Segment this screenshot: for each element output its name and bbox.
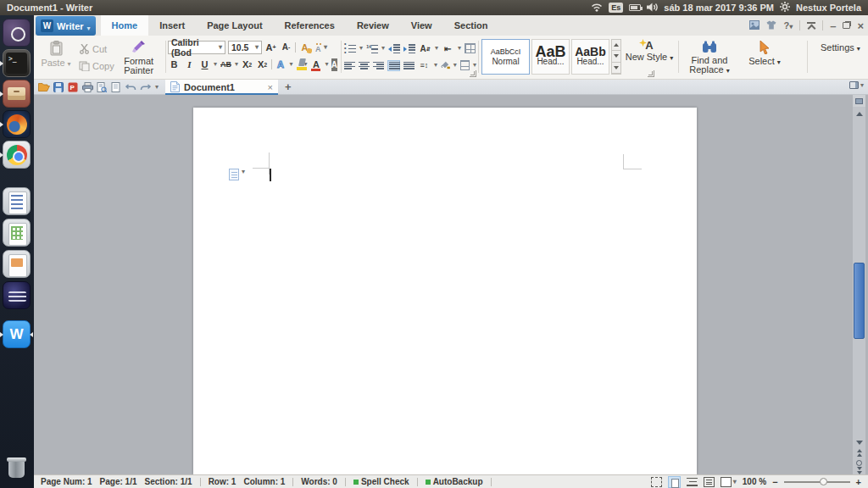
session-gear-icon[interactable] (780, 2, 790, 14)
styles-dialog-launcher[interactable] (648, 70, 654, 77)
trash-icon[interactable] (3, 453, 31, 481)
select-button[interactable]: Select (744, 37, 785, 78)
strikethrough-button[interactable]: AB (220, 58, 232, 71)
font-family-combo[interactable]: Calibri (Bod▾ (168, 41, 225, 54)
copy-button[interactable]: Copy (79, 59, 114, 73)
settings-button[interactable]: Settings (821, 42, 860, 53)
bullets-button[interactable] (344, 44, 356, 53)
account-avatar-icon[interactable] (749, 20, 760, 31)
web-layout-view-button[interactable] (704, 477, 715, 487)
close-document-tab-icon[interactable] (268, 82, 273, 92)
character-spacing-caret[interactable]: ▾ (458, 45, 461, 52)
strikethrough-caret[interactable]: ▾ (235, 61, 238, 68)
fit-window-view-button[interactable] (651, 477, 662, 487)
save-button[interactable] (53, 81, 64, 93)
close-button[interactable] (857, 19, 864, 32)
zoom-slider-handle[interactable] (820, 478, 827, 485)
print-preview-button[interactable] (96, 81, 108, 93)
restore-button[interactable] (843, 22, 850, 29)
scrollbar-thumb[interactable] (854, 263, 865, 339)
wifi-icon[interactable] (591, 3, 603, 14)
line-spacing-caret[interactable]: ▾ (434, 62, 437, 69)
status-page-num[interactable]: Page Num: 1 (41, 477, 92, 486)
borders-button[interactable] (460, 60, 470, 70)
ruler-toggle-button[interactable] (853, 95, 865, 107)
clock[interactable]: sáb 18 mar 2017 9:36 PM (664, 3, 774, 13)
increase-indent-button[interactable] (403, 44, 415, 53)
minimize-button[interactable] (830, 19, 836, 32)
file-manager-icon[interactable] (3, 80, 31, 108)
spell-check-toggle[interactable]: Spell Check (353, 477, 409, 486)
insert-table-icon[interactable] (465, 43, 476, 53)
reading-view-button[interactable]: ▾ (721, 477, 737, 487)
superscript-button[interactable]: X2 (241, 58, 253, 71)
scroll-up-button[interactable] (853, 108, 865, 119)
style-normal[interactable]: AaBbCcI Normal (481, 39, 530, 75)
status-row[interactable]: Row: 1 (209, 477, 236, 486)
character-spacing-button[interactable]: ⇤ (442, 42, 454, 55)
bullets-caret[interactable]: ▾ (359, 45, 363, 52)
subscript-button[interactable]: X2 (256, 58, 269, 71)
skin-theme-icon[interactable] (766, 20, 776, 31)
justify-button[interactable] (387, 60, 400, 71)
help-button[interactable]: ? (783, 20, 793, 30)
zoom-value[interactable]: 100 % (743, 477, 766, 486)
numbering-button[interactable] (366, 44, 378, 53)
cut-button[interactable]: Cut (79, 42, 114, 56)
vertical-scrollbar[interactable] (853, 95, 865, 474)
scroll-down-button[interactable] (853, 437, 865, 447)
battery-icon[interactable] (629, 4, 641, 11)
format-painter-button[interactable]: Format Painter (120, 37, 159, 78)
grow-font-button[interactable]: A+ (264, 41, 277, 54)
redo-button[interactable] (139, 81, 151, 93)
text-direction-button[interactable]: A⇵ (419, 42, 431, 55)
undo-button[interactable] (125, 81, 136, 93)
zoom-slider[interactable] (784, 478, 850, 485)
font-color-caret[interactable]: ▾ (326, 61, 329, 68)
firefox-icon[interactable] (3, 110, 31, 138)
chrome-icon[interactable] (3, 141, 31, 169)
page-preview-button[interactable] (110, 81, 122, 93)
status-words[interactable]: Words: 0 (301, 477, 337, 486)
underline-caret[interactable]: ▾ (214, 61, 217, 68)
shading-bucket-icon[interactable] (441, 60, 450, 70)
libreoffice-calc-icon[interactable] (3, 219, 31, 247)
collapse-ribbon-button[interactable] (807, 22, 815, 30)
character-shading-button[interactable]: A (331, 58, 337, 71)
keyboard-layout-indicator[interactable]: Es (609, 3, 623, 13)
phonetic-guide-button[interactable]: A ▾ (314, 41, 327, 54)
bold-button[interactable]: B (168, 58, 181, 71)
decrease-indent-button[interactable] (388, 44, 400, 53)
status-section[interactable]: Section: 1/1 (145, 477, 192, 486)
quick-access-more-caret[interactable]: ▾ (155, 84, 159, 91)
open-file-button[interactable] (38, 81, 50, 93)
tab-home[interactable]: Home (101, 15, 149, 36)
tab-section[interactable]: Section (443, 15, 499, 36)
text-effects-caret[interactable]: ▾ (290, 61, 293, 68)
document-page[interactable]: ▾ (193, 108, 697, 474)
export-pdf-button[interactable]: P (67, 81, 79, 93)
next-page-button[interactable] (853, 467, 865, 474)
style-heading2[interactable]: AaBb Head... (571, 39, 609, 75)
font-size-combo[interactable]: 10.5▾ (228, 41, 262, 54)
align-center-button[interactable] (359, 61, 370, 70)
tab-page-layout[interactable]: Page Layout (196, 15, 273, 36)
tab-references[interactable]: References (274, 15, 346, 36)
paste-button[interactable]: Paste (38, 37, 74, 78)
new-document-tab-button[interactable]: + (285, 80, 292, 94)
paragraph-dialog-launcher[interactable] (470, 70, 476, 77)
floating-document-options[interactable]: ▾ (229, 169, 245, 180)
align-left-button[interactable] (344, 61, 355, 70)
previous-page-button[interactable] (853, 448, 865, 458)
eclipse-icon[interactable] (3, 281, 31, 309)
tab-view[interactable]: View (400, 15, 443, 36)
document-tab[interactable]: Document1 (165, 80, 278, 95)
select-browse-object-button[interactable] (853, 458, 865, 467)
autobackup-toggle[interactable]: AutoBackup (426, 477, 483, 486)
libreoffice-writer-icon[interactable] (3, 187, 31, 215)
libreoffice-impress-icon[interactable] (3, 250, 31, 278)
clear-formatting-button[interactable]: A (298, 41, 311, 54)
italic-button[interactable]: I (183, 58, 196, 71)
status-page[interactable]: Page: 1/1 (100, 477, 137, 486)
text-effects-button[interactable]: A (275, 58, 287, 71)
